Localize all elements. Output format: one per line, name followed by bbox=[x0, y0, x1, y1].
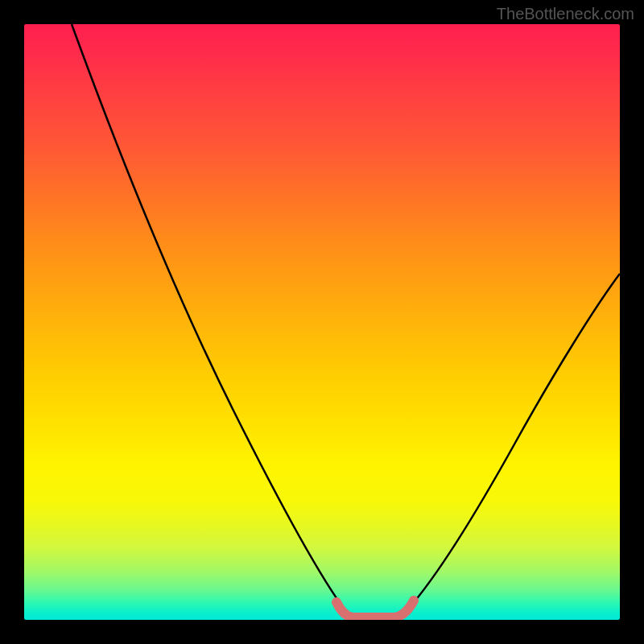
right-curve-path bbox=[406, 274, 620, 612]
watermark-text: TheBottleneck.com bbox=[497, 5, 634, 23]
left-curve-path bbox=[72, 24, 346, 612]
valley-marker-path bbox=[336, 601, 414, 617]
chart-curves-layer bbox=[24, 24, 620, 620]
chart-plot-area bbox=[24, 24, 620, 620]
